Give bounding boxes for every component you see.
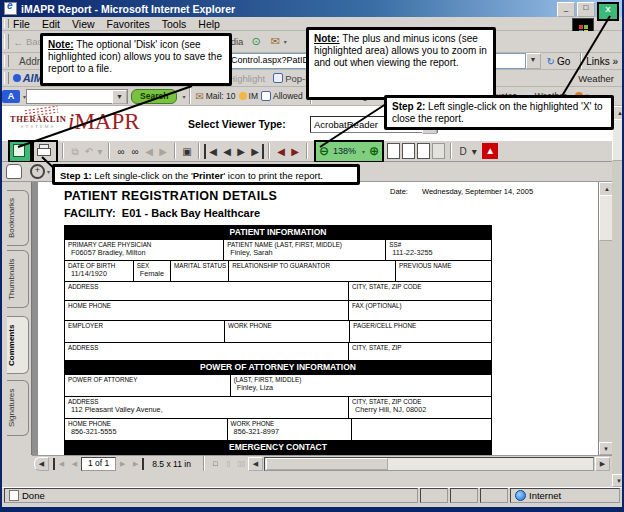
menu-favorites[interactable]: Favorites [107,18,150,30]
copy-icon[interactable]: ⧉ [68,144,82,159]
field-value: Finley, Liza [234,383,491,392]
tab-comments[interactable]: Comments [7,316,29,374]
menu-view[interactable]: View [72,18,95,30]
go-button[interactable]: ↻ Go [547,56,571,67]
search-history-dropdown-icon[interactable]: ▼ [112,90,127,104]
document-icon [9,490,19,501]
find-binoculars-icon[interactable]: ∞ [114,144,128,159]
status-bar: Done Internet [2,487,622,503]
menu-help[interactable]: Help [198,18,220,30]
previous-view-icon[interactable]: ◀ [274,144,288,159]
mail-item[interactable]: ✉ Mail: 10 [195,91,235,102]
next-view-icon[interactable]: ▶ [288,144,302,159]
print-button-highlighted[interactable] [32,140,58,163]
last-page-icon[interactable]: ▶ [129,458,144,470]
table-cell: EMPLOYER [65,321,225,342]
menu-file[interactable]: File [13,18,30,30]
last-page-icon[interactable]: ▶ [248,144,264,159]
hscroll-left-icon[interactable]: ◀ [248,457,263,471]
search-icon[interactable]: ∞ [128,144,142,159]
zoom-dropdown-icon[interactable]: ▾ [362,148,365,155]
field-value: Finley, Sarah [227,248,385,257]
scroll-down-icon[interactable]: ▼ [612,474,624,487]
pdf-vertical-scrollbar[interactable]: ▲ ▼ [598,182,612,455]
divider [268,143,270,159]
ie-document-icon [4,2,17,15]
links-menu[interactable]: Links » [586,56,618,67]
aim-weather-item[interactable]: Weather [578,73,614,84]
field-label: PATIENT NAME (LAST, FIRST, MIDDLE) [227,241,385,248]
address-dropdown-icon[interactable]: ▼ [526,53,541,69]
field-value: 856-321-5555 [68,427,227,436]
scrollbar-thumb[interactable] [266,458,388,470]
scrollbar-thumb[interactable] [599,195,612,241]
table-row: ADDRESSCITY, STATE, ZIP [64,343,492,361]
hand-tool-icon[interactable] [6,164,22,179]
table-cell: PRIMARY CARE PHYSICIANF06057 Bradley, Mi… [65,240,224,260]
callout-note-disk: Note: The optional 'Disk' icon (see high… [40,33,232,86]
single-page-layout-icon[interactable] [387,143,400,159]
dropdown-icon[interactable]: ▾ [470,144,478,159]
minimize-button[interactable]: _ [557,2,575,17]
snapshot-icon[interactable]: ▣ [180,144,194,159]
page-indicator[interactable]: 1 of 1 [81,457,116,471]
dropdown-icon[interactable]: ▾ [96,144,104,159]
scroll-down-icon[interactable]: ▼ [599,442,612,455]
table-cell: MARITAL STATUS [171,261,229,281]
search-button[interactable]: Search [131,89,177,104]
table-cell: CITY, STATE, ZIP CODECherry Hill, NJ, 08… [349,397,491,418]
window-border [2,503,622,512]
first-page-icon[interactable]: ◀ [53,458,68,470]
maximize-button[interactable]: □ [577,2,595,17]
history-button[interactable]: ⊙ [251,35,262,48]
save-button-highlighted[interactable] [8,140,32,163]
previous-page-icon[interactable]: ◀ [220,144,234,159]
highlight-button[interactable]: Highlight [228,73,265,84]
previous-highlight-icon[interactable]: ◀ [142,144,156,159]
close-button-highlighted[interactable]: X [597,2,619,21]
horizontal-scrollbar[interactable] [264,457,594,471]
continuous-layout-icon[interactable] [402,143,415,159]
single-page-mode-icon[interactable]: □ [209,458,222,470]
im-item[interactable]: IM [239,91,258,101]
tab-thumbnails[interactable]: Thumbnails [7,250,29,308]
mail-button[interactable]: ✉ ▾ [271,35,287,48]
popups-allowed-item[interactable]: Allowed [261,91,303,101]
facing-mode-icon[interactable]: ▯▯ [235,458,248,470]
toolbar-search-input[interactable]: ▼ [26,89,128,104]
zoom-tool-icon[interactable]: + [30,164,45,179]
tab-bookmarks[interactable]: Bookmarks [7,190,29,246]
aol-logo-icon[interactable]: A [2,90,20,103]
collapse-panel-icon[interactable]: ◀ [34,457,49,471]
tab-signatures[interactable]: Signatures [7,380,29,436]
browser-vertical-scrollbar[interactable]: ▲ ▼ [612,106,624,487]
facing-layout-icon[interactable] [432,143,445,159]
next-highlight-icon[interactable]: ▶ [156,144,170,159]
current-view-icon[interactable]: D [456,144,470,159]
dropdown-icon[interactable]: ▾ [182,93,185,100]
dropdown-icon[interactable]: ▾ [47,168,50,175]
zoom-out-icon[interactable]: ⊖ [319,144,329,158]
adobe-acrobat-icon[interactable]: ▲ [482,143,498,159]
toolbar-grip [4,72,9,83]
field-value: 111-22-3255 [389,248,491,257]
menu-tools[interactable]: Tools [162,18,187,30]
continuous-facing-layout-icon[interactable] [417,143,430,159]
undo-icon[interactable]: ↶ [82,144,96,159]
table-cell: PREVIOUS NAME [396,261,491,281]
window-title: iMAPR Report - Microsoft Internet Explor… [21,3,235,15]
divider [203,456,205,472]
menu-edit[interactable]: Edit [42,18,60,30]
hscroll-right-icon[interactable]: ▶ [595,457,610,471]
next-page-icon[interactable]: ▶ [234,144,248,159]
previous-page-icon[interactable]: ◀ [68,458,81,470]
zoom-in-icon[interactable]: ⊕ [369,144,379,158]
continuous-mode-icon[interactable]: ▯ [222,458,235,470]
table-cell: HOME PHONE856-321-5555 [65,419,228,440]
next-page-icon[interactable]: ▶ [116,458,129,470]
divider [189,88,191,104]
pdf-viewer: Bookmarks Thumbnails Comments Signatures… [2,182,612,455]
product-logo: iMAPR [68,109,140,135]
first-page-icon[interactable]: ◀ [204,144,220,159]
toolbar-grip [4,34,9,49]
